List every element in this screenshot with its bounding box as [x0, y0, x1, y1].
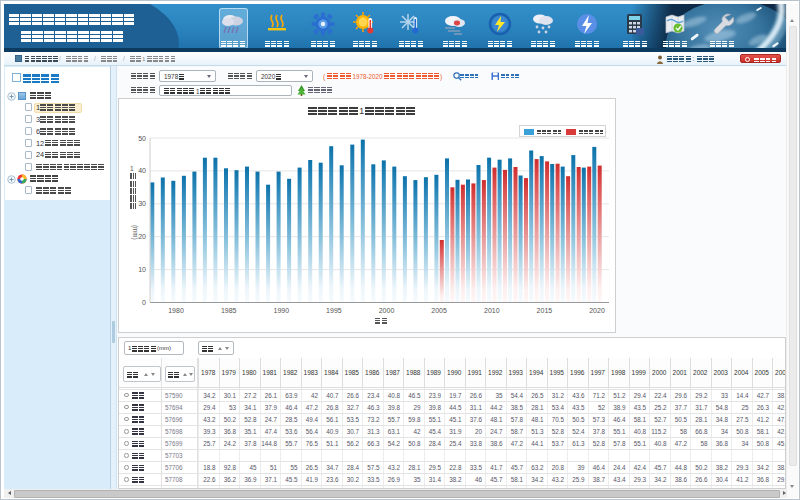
svg-text:2010: 2010: [484, 307, 500, 314]
svg-text:1985: 1985: [221, 307, 237, 314]
svg-text:1990: 1990: [274, 307, 290, 314]
svg-text:2000: 2000: [379, 307, 395, 314]
svg-text:30: 30: [138, 200, 146, 207]
svg-text:2005: 2005: [431, 307, 447, 314]
svg-text:20: 20: [138, 233, 146, 240]
svg-text:0: 0: [142, 299, 146, 306]
svg-text:1995: 1995: [326, 307, 342, 314]
svg-text:1980: 1980: [168, 307, 184, 314]
svg-text:10: 10: [138, 266, 146, 273]
svg-text:2020: 2020: [589, 307, 605, 314]
svg-text:2015: 2015: [537, 307, 553, 314]
svg-text:50: 50: [138, 135, 146, 142]
svg-text:40: 40: [138, 167, 146, 174]
